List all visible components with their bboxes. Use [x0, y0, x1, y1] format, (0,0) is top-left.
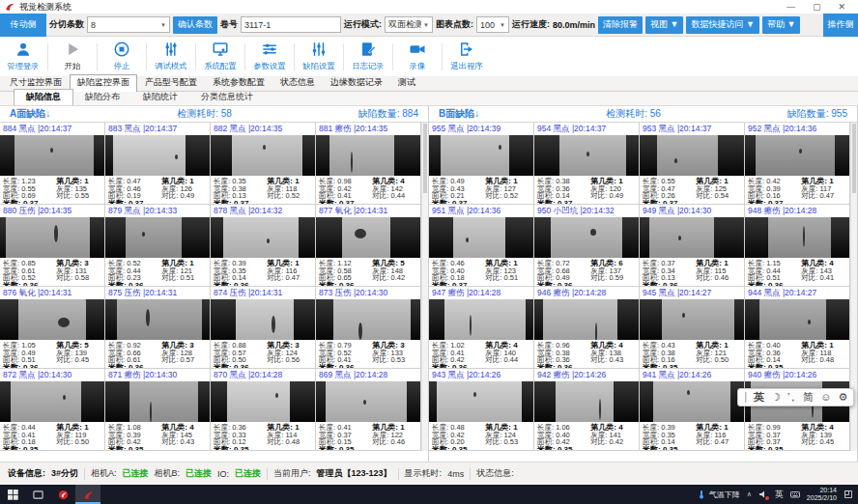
tray-expand-chevron[interactable]: ∧ [747, 490, 752, 498]
data-quick-access-button[interactable]: 数据快捷访问 ▼ [686, 16, 758, 34]
defect-cell-953[interactable]: 953 黑点 |20:14:37长度: 0.55宽度: 0.47面积: 0.26… [640, 123, 745, 205]
minimize-button[interactable]: — [786, 3, 795, 12]
tab-sub-3[interactable]: 分类信息统计 [189, 90, 265, 105]
defect-mark [272, 316, 275, 333]
tab-sub-1[interactable]: 缺陷分布 [73, 90, 131, 105]
toolbar-button-system-monitor[interactable]: 系统配置 [199, 39, 242, 74]
defect-cell-884[interactable]: 884 黑点 |20:14:37长度: 1.23宽度: 0.55面积: 0.69… [0, 123, 105, 205]
defect-cell-875[interactable]: 875 压伤 |20:14:31长度: 0.92宽度: 0.66面积: 0.61… [105, 287, 211, 369]
toolbar-button-user-login[interactable]: 管理登录 [2, 39, 44, 74]
defect-cell-873[interactable]: 873 压伤 |20:14:30长度: 0.79宽度: 0.52面积: 0.41… [316, 287, 421, 369]
toolbar-button-stop[interactable]: 停止 [100, 39, 143, 74]
tab-sub-0[interactable]: 缺陷信息 [14, 89, 73, 105]
defect-cell-946[interactable]: 946 擦伤 |20:14:28长度: 0.96宽度: 0.38面积: 0.36… [534, 287, 640, 369]
start-button[interactable] [0, 485, 25, 504]
toolbar-button-log-book[interactable]: 日志记录 [347, 39, 389, 74]
toolbar-button-video-camera[interactable]: 录像 [396, 39, 439, 74]
defect-cell-882[interactable]: 882 黑点 |20:14:35长度: 0.35宽度: 0.38面积: 0.13… [211, 123, 316, 205]
device-info-label: 设备信息: [8, 467, 45, 480]
defect-cell-877[interactable]: 877 氧化 |20:14:31长度: 1.12宽度: 0.58面积: 0.65… [316, 205, 421, 287]
emoji-icon[interactable]: ☺ [820, 392, 831, 403]
defect-cell-954[interactable]: 954 黑点 |20:14:37长度: 0.38宽度: 0.36面积: 0.14… [534, 123, 640, 205]
toolbar-button-debug-sliders[interactable]: 调试模式 [150, 39, 192, 74]
defect-cell-945[interactable]: 945 黑点 |20:14:27长度: 0.43宽度: 0.38面积: 0.16… [640, 287, 745, 369]
defect-cell-874[interactable]: 874 压伤 |20:14:31长度: 0.88宽度: 0.57面积: 0.50… [211, 287, 316, 369]
defect-cell-948[interactable]: 948 擦伤 |20:14:28长度: 1.15宽度: 0.44面积: 0.51… [745, 205, 850, 287]
defect-info: 长度: 0.38宽度: 0.36面积: 0.14米数: 0.37第几类: 1灰度… [534, 176, 639, 204]
chart-points-select[interactable]: 100 ▼ [476, 16, 509, 33]
scrollbar-thumb[interactable] [423, 124, 427, 193]
volume-icon[interactable] [758, 490, 768, 499]
defect-grid: 884 黑点 |20:14:37长度: 1.23宽度: 0.55面积: 0.69… [0, 123, 421, 451]
user-login-icon [14, 41, 32, 58]
current-user-value: 管理员【123-123】 [317, 467, 392, 480]
tab-main-6[interactable]: 测试 [390, 74, 423, 91]
language-indicator[interactable]: 英 [775, 489, 784, 501]
run-mode-select[interactable]: 双面检测 ▼ [385, 16, 433, 33]
gear-icon[interactable]: ⚙ [839, 392, 848, 403]
defect-cell-header: 880 压伤 |20:14:35 [0, 205, 104, 217]
defect-cell-870[interactable]: 870 黑点 |20:14:28长度: 0.36宽度: 0.33面积: 0.12… [211, 369, 316, 451]
defect-cell-869[interactable]: 869 黑点 |20:14:28长度: 0.41宽度: 0.37面积: 0.15… [316, 369, 421, 451]
slit-count-select[interactable]: 8 ▼ [87, 16, 170, 33]
scrollbar-thumb[interactable] [852, 124, 856, 193]
tab-main-4[interactable]: 状态信息 [272, 74, 323, 91]
close-button[interactable]: ✕ [838, 3, 845, 12]
toolbar-button-exit-door[interactable]: 退出程序 [445, 39, 488, 74]
defect-mark [358, 322, 362, 340]
defect-cell-878[interactable]: 878 黑点 |20:14:32长度: 0.39宽度: 0.35面积: 0.14… [211, 205, 316, 287]
tab-main-2[interactable]: 产品型号配置 [137, 74, 205, 91]
defect-cell-876[interactable]: 876 氧化 |20:14:31长度: 1.05宽度: 0.49面积: 0.51… [0, 287, 105, 369]
touch-keyboard-icon[interactable] [790, 490, 800, 499]
defect-mark [175, 154, 178, 159]
defect-cell-872[interactable]: 872 黑点 |20:14:30长度: 0.44宽度: 0.41面积: 0.18… [0, 369, 105, 451]
defect-cell-940[interactable]: 940 擦伤 |20:14:26长度: 0.99宽度: 0.37面积: 0.37… [745, 369, 850, 451]
defect-info: 长度: 1.02宽度: 0.41面积: 0.42米数: 0.36第几类: 4灰度… [429, 340, 533, 368]
defect-cell-949[interactable]: 949 黑点 |20:14:30长度: 0.37宽度: 0.34面积: 0.13… [640, 205, 745, 287]
taskbar-app-icon[interactable] [50, 485, 75, 504]
defect-cell-952[interactable]: 952 黑点 |20:14:36长度: 0.42宽度: 0.39面积: 0.16… [745, 123, 850, 205]
task-view-button[interactable] [25, 485, 50, 504]
defect-image [316, 381, 420, 422]
notification-center-icon[interactable] [844, 490, 853, 499]
tab-sub-2[interactable]: 缺陷统计 [131, 90, 189, 105]
defect-cell-880[interactable]: 880 压伤 |20:14:35长度: 0.85宽度: 0.61面积: 0.52… [0, 205, 105, 287]
ime-drag-handle[interactable] [745, 392, 747, 403]
maximize-button[interactable]: ▢ [813, 3, 821, 12]
ime-simplified-mode[interactable]: 简 [803, 392, 814, 403]
defect-mark [687, 390, 690, 395]
defect-cell-947[interactable]: 947 擦伤 |20:14:28长度: 1.02宽度: 0.41面积: 0.42… [429, 287, 534, 369]
moon-icon[interactable]: ☽ [771, 392, 781, 403]
view-menu-button[interactable]: 视图 ▼ [645, 16, 683, 34]
defect-info: 长度: 0.52宽度: 0.44面积: 0.23米数: 0.36第几类: 1灰度… [105, 258, 210, 286]
defect-cell-955[interactable]: 955 黑点 |20:14:39长度: 0.49宽度: 0.43面积: 0.21… [429, 123, 534, 205]
toolbar-button-param-sliders[interactable]: 参数设置 [248, 39, 291, 74]
defect-cell-881[interactable]: 881 擦伤 |20:14:35长度: 0.98宽度: 0.42面积: 0.41… [316, 123, 421, 205]
defect-cell-941[interactable]: 941 黑点 |20:14:26长度: 0.39宽度: 0.35面积: 0.14… [640, 369, 745, 451]
panel-scrollbar[interactable] [421, 123, 428, 451]
confirm-count-button[interactable]: 确认条数 [173, 16, 217, 34]
defect-cell-950[interactable]: 950 小凹坑 |20:14:32长度: 0.72宽度: 0.68面积: 0.4… [534, 205, 640, 287]
defect-cell-944[interactable]: 944 黑点 |20:14:27长度: 0.40宽度: 0.36面积: 0.14… [745, 287, 850, 369]
weather-widget[interactable]: 气温下降 [697, 490, 740, 500]
toolbar-button-defect-sliders[interactable]: 缺陷设置 [298, 39, 340, 74]
drive-side-button[interactable]: 传动侧 [0, 14, 46, 37]
defect-cell-951[interactable]: 951 黑点 |20:14:36长度: 0.46宽度: 0.40面积: 0.18… [429, 205, 534, 287]
clear-alarm-button[interactable]: 清除报警 [598, 16, 643, 34]
taskbar-clock[interactable]: 20:14 2025/2/10 [807, 487, 837, 502]
defect-cell-883[interactable]: 883 黑点 |20:14:37长度: 0.47宽度: 0.46面积: 0.19… [105, 123, 211, 205]
defect-cell-879[interactable]: 879 黑点 |20:14:33长度: 0.52宽度: 0.44面积: 0.23… [105, 205, 211, 287]
ime-english-mode[interactable]: 英 [754, 392, 764, 403]
taskbar-app-icon-current[interactable] [75, 485, 100, 504]
tab-main-3[interactable]: 系统参数配置 [205, 74, 272, 91]
defect-info: 长度: 1.12宽度: 0.58面积: 0.65米数: 0.36第几类: 5灰度… [316, 258, 420, 286]
toolbar-button-play[interactable]: 开始 [51, 39, 94, 74]
help-menu-button[interactable]: 帮助 ▼ [762, 16, 800, 34]
defect-cell-943[interactable]: 943 黑点 |20:14:26长度: 0.48宽度: 0.42面积: 0.20… [429, 369, 534, 451]
roll-number-input[interactable]: 3117-1 [241, 16, 341, 33]
tab-main-5[interactable]: 边缘数据记录 [323, 74, 390, 91]
punctuation-toggle[interactable]: ’， [787, 392, 796, 403]
defect-cell-942[interactable]: 942 擦伤 |20:14:26长度: 1.06宽度: 0.40面积: 0.42… [534, 369, 640, 451]
defect-cell-871[interactable]: 871 擦伤 |20:14:30长度: 1.08宽度: 0.39面积: 0.42… [105, 369, 211, 451]
operate-side-button[interactable]: 操作侧 [823, 14, 858, 37]
